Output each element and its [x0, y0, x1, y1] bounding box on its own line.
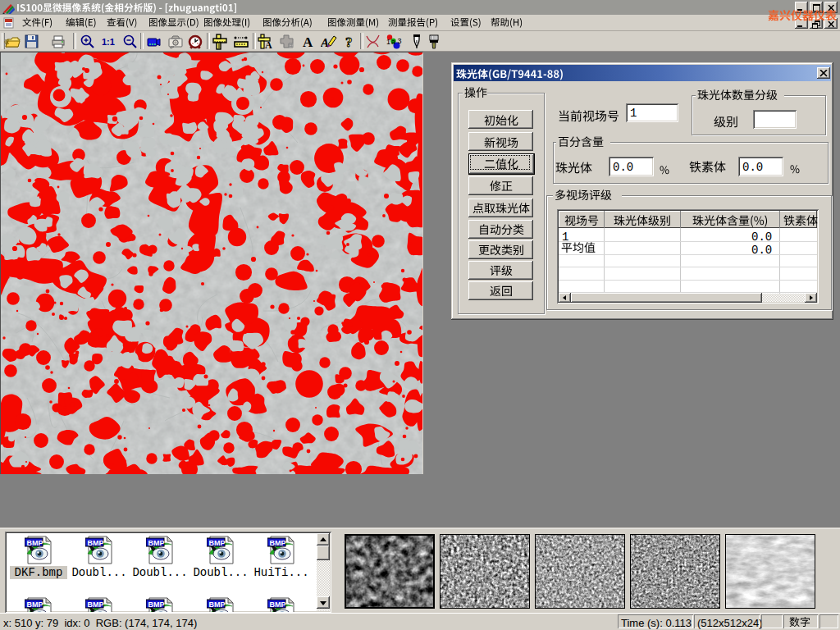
svg-text:1:1: 1:1	[102, 37, 115, 47]
svg-text:1: 1	[386, 38, 390, 46]
svg-text:3: 3	[398, 37, 402, 45]
svg-text:?: ?	[345, 34, 353, 50]
svg-text:a: a	[391, 38, 395, 46]
svg-text:A: A	[303, 34, 313, 50]
svg-text:A: A	[265, 39, 272, 50]
